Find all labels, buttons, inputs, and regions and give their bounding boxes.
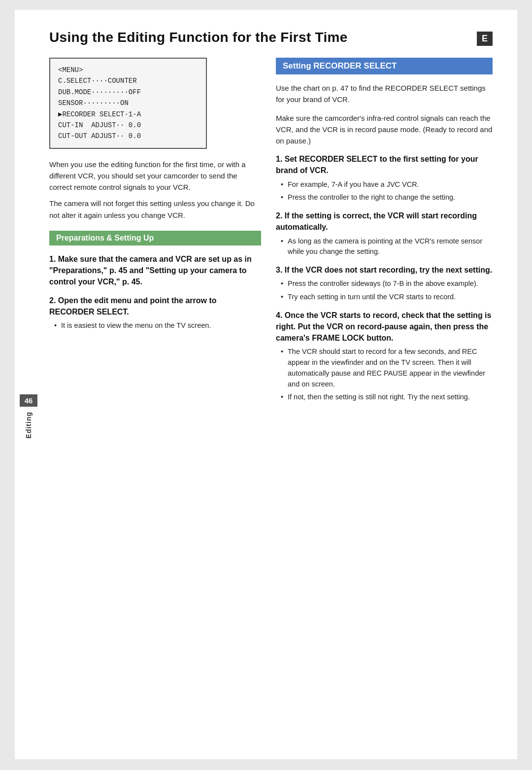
right-bullet-4-1: The VCR should start to record for a few… — [281, 347, 493, 389]
right-bullet-3-1: Press the controller sideways (to 7-B in… — [281, 279, 493, 289]
prep-bullet-2-1: It is easiest to view the menu on the TV… — [54, 320, 261, 331]
prep-item-2: 2. Open the edit menu and point the arro… — [49, 295, 261, 331]
right-intro-2: Make sure the camcorder's infra-red cont… — [276, 112, 493, 147]
right-bullet-3-2: Try each setting in turn until the VCR s… — [281, 292, 493, 303]
right-item-1-bullets: For example, 7-A if you have a JVC VCR. … — [276, 179, 493, 204]
menu-line-1: C.SELECT····COUNTER — [58, 75, 198, 86]
left-column: <MENU> C.SELECT····COUNTER DUB.MODE·····… — [49, 58, 261, 410]
menu-line-4: ▶RECORDER SELECT·1-A — [58, 109, 198, 120]
page-header: Using the Editing Function for the First… — [49, 30, 493, 46]
right-bullet-4-2: If not, then the setting is still not ri… — [281, 392, 493, 403]
prep-item-1: 1. Make sure that the camera and VCR are… — [49, 253, 261, 288]
section-label: Editing — [25, 412, 33, 438]
content-columns: <MENU> C.SELECT····COUNTER DUB.MODE·····… — [49, 58, 493, 410]
right-column: Setting RECORDER SELECT Use the chart on… — [276, 58, 493, 410]
right-item-3: 3. If the VCR does not start recording, … — [276, 264, 493, 303]
page-badge: E — [477, 32, 493, 46]
recorder-select-bar: Setting RECORDER SELECT — [276, 58, 493, 74]
right-item-4: 4. Once the VCR starts to record, check … — [276, 310, 493, 403]
left-intro-1: When you use the editing function for th… — [49, 159, 261, 193]
right-item-2-bullets: As long as the camera is pointing at the… — [276, 236, 493, 258]
menu-box: <MENU> C.SELECT····COUNTER DUB.MODE·····… — [49, 58, 207, 149]
page-title: Using the Editing Function for the First… — [49, 30, 348, 45]
menu-line-0: <MENU> — [58, 65, 198, 75]
right-item-1-header: 1. Set RECORDER SELECT to the first sett… — [276, 153, 493, 176]
right-item-1: 1. Set RECORDER SELECT to the first sett… — [276, 153, 493, 203]
right-item-2: 2. If the setting is correct, the VCR wi… — [276, 210, 493, 257]
right-bullet-1-1: For example, 7-A if you have a JVC VCR. — [281, 179, 493, 190]
page-number: 46 — [20, 394, 37, 407]
right-item-4-header: 4. Once the VCR starts to record, check … — [276, 310, 493, 344]
prep-list: 1. Make sure that the camera and VCR are… — [49, 253, 261, 331]
right-intro-1: Use the chart on p. 47 to find the RECOR… — [276, 82, 493, 105]
right-item-3-header: 3. If the VCR does not start recording, … — [276, 264, 493, 276]
left-intro-2: The camera will not forget this setting … — [49, 198, 261, 221]
right-item-2-header: 2. If the setting is correct, the VCR wi… — [276, 210, 493, 233]
prep-section: Preparations & Setting Up 1. Make sure t… — [49, 231, 261, 331]
page: 46 Editing Using the Editing Function fo… — [15, 10, 517, 759]
prep-item-1-header: 1. Make sure that the camera and VCR are… — [49, 253, 261, 288]
menu-line-5: CUT-IN ADJUST·· 0.0 — [58, 120, 198, 131]
prep-item-2-bullets: It is easiest to view the menu on the TV… — [49, 320, 261, 331]
right-bullet-1-2: Press the controller to the right to cha… — [281, 192, 493, 203]
prep-section-bar: Preparations & Setting Up — [49, 231, 261, 245]
side-panel: 46 Editing — [20, 394, 37, 438]
menu-line-6: CUT-OUT ADJUST·· 0.0 — [58, 131, 198, 141]
right-list: 1. Set RECORDER SELECT to the first sett… — [276, 153, 493, 403]
right-bullet-2-1: As long as the camera is pointing at the… — [281, 236, 493, 258]
menu-line-3: SENSOR·········ON — [58, 98, 198, 108]
right-item-4-bullets: The VCR should start to record for a few… — [276, 347, 493, 403]
right-item-3-bullets: Press the controller sideways (to 7-B in… — [276, 279, 493, 303]
prep-item-2-header: 2. Open the edit menu and point the arro… — [49, 295, 261, 317]
menu-line-2: DUB.MODE·········OFF — [58, 87, 198, 98]
